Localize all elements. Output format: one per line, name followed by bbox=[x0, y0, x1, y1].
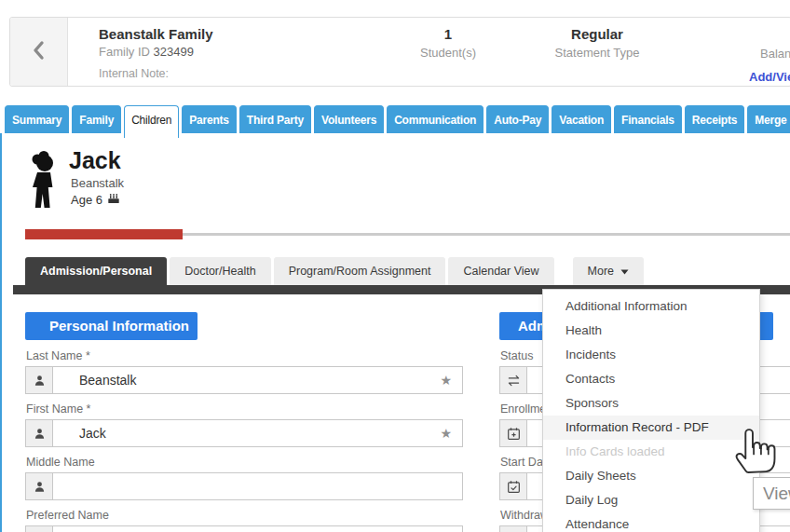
tab-third-party[interactable]: Third Party bbox=[239, 105, 311, 133]
menu-item-contacts[interactable]: Contacts bbox=[543, 367, 759, 391]
person-icon bbox=[26, 473, 53, 499]
statement-type-label: Statement Type bbox=[541, 46, 653, 60]
calendar-icon bbox=[500, 526, 527, 532]
first-name-label: First Name * bbox=[26, 402, 90, 416]
tab-family[interactable]: Family bbox=[72, 105, 121, 133]
calendar-plus-icon bbox=[500, 420, 527, 446]
add-view-link[interactable]: Add/View bbox=[749, 70, 790, 84]
child-first-name: Jack bbox=[69, 147, 121, 174]
person-icon bbox=[26, 420, 53, 446]
menu-item-health[interactable]: Health bbox=[543, 319, 759, 343]
tab-merge[interactable]: Merge bbox=[747, 105, 790, 133]
last-name-field[interactable]: Beanstalk ★ bbox=[25, 366, 463, 394]
chevron-down-icon bbox=[620, 257, 629, 285]
exchange-icon bbox=[500, 367, 527, 393]
last-name-label: Last Name * bbox=[26, 349, 90, 362]
personal-information-header[interactable]: Personal Information bbox=[25, 312, 198, 340]
menu-item-daily-sheets[interactable]: Daily Sheets bbox=[543, 464, 759, 488]
child-last-name: Beanstalk bbox=[71, 176, 124, 190]
child-subtab-bar: Admission/Personal Doctor/Health Program… bbox=[25, 257, 644, 285]
status-label: Status bbox=[500, 349, 533, 362]
star-icon[interactable]: ★ bbox=[440, 373, 452, 388]
person-icon bbox=[26, 367, 53, 393]
middle-name-field[interactable] bbox=[25, 472, 463, 500]
subtab-admission-personal[interactable]: Admission/Personal bbox=[25, 257, 167, 285]
calendar-check-icon bbox=[500, 473, 527, 499]
child-age: Age 6 bbox=[71, 192, 120, 208]
menu-item-incidents[interactable]: Incidents bbox=[543, 343, 759, 367]
tab-financials[interactable]: Financials bbox=[614, 105, 682, 133]
menu-item-info-cards-loaded: Info Cards loaded bbox=[543, 440, 759, 464]
profile-progress-bar bbox=[25, 229, 183, 239]
subtab-program-room[interactable]: Program/Room Assignment bbox=[274, 257, 446, 285]
more-dropdown-button[interactable]: More bbox=[573, 257, 644, 285]
family-tab-bar: Summary Family Children Parents Third Pa… bbox=[5, 105, 790, 138]
menu-item-sponsors[interactable]: Sponsors bbox=[543, 391, 759, 416]
menu-item-attendance[interactable]: Attendance bbox=[543, 512, 759, 532]
back-button[interactable] bbox=[10, 18, 68, 86]
balance-label: Balance bbox=[760, 47, 790, 61]
boy-silhouette-avatar bbox=[23, 151, 64, 214]
preferred-name-field[interactable] bbox=[25, 525, 463, 532]
family-id: Family ID 323499 bbox=[99, 45, 213, 59]
menu-item-information-record-pdf[interactable]: Information Record - PDF bbox=[543, 416, 759, 440]
menu-item-additional-information[interactable]: Additional Information bbox=[543, 294, 759, 319]
statement-type-value: Regular bbox=[541, 26, 653, 42]
star-icon[interactable]: ★ bbox=[440, 426, 452, 441]
students-count: 1 bbox=[406, 26, 490, 42]
chevron-left-icon bbox=[30, 39, 48, 65]
tab-parents[interactable]: Parents bbox=[182, 105, 237, 133]
menu-item-daily-log[interactable]: Daily Log bbox=[543, 488, 759, 512]
person-icon bbox=[26, 526, 53, 532]
subtab-calendar-view[interactable]: Calendar View bbox=[448, 257, 553, 285]
subtab-doctor-health[interactable]: Doctor/Health bbox=[170, 257, 270, 285]
more-dropdown-menu: Additional Information Health Incidents … bbox=[542, 289, 760, 532]
birthday-cake-icon bbox=[107, 192, 120, 208]
tab-auto-pay[interactable]: Auto-Pay bbox=[486, 105, 549, 133]
content-panel-border bbox=[0, 133, 2, 532]
tab-children[interactable]: Children bbox=[124, 105, 179, 138]
tab-summary[interactable]: Summary bbox=[5, 105, 69, 133]
family-name: Beanstalk Family bbox=[99, 26, 213, 42]
tab-volunteers[interactable]: Volunteers bbox=[314, 105, 384, 133]
internal-note-label: Internal Note: bbox=[99, 67, 213, 80]
tab-vacation[interactable]: Vacation bbox=[552, 105, 611, 133]
students-label: Student(s) bbox=[406, 46, 490, 60]
view-tooltip: View bbox=[753, 477, 790, 510]
tab-communication[interactable]: Communication bbox=[387, 105, 484, 133]
first-name-field[interactable]: Jack ★ bbox=[25, 419, 463, 447]
middle-name-label: Middle Name bbox=[26, 456, 95, 469]
family-header-card: Beanstalk Family Family ID 323499 Intern… bbox=[9, 17, 790, 87]
tab-receipts[interactable]: Receipts bbox=[685, 105, 744, 133]
preferred-name-label: Preferred Name bbox=[26, 509, 109, 522]
